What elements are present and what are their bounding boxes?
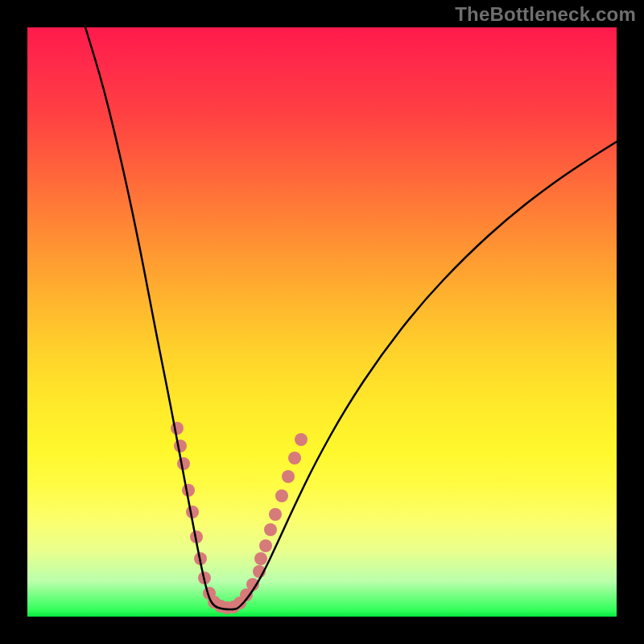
data-marker bbox=[171, 422, 184, 435]
data-marker bbox=[269, 508, 282, 521]
curve-right-branch bbox=[233, 142, 617, 609]
chart-svg bbox=[27, 27, 617, 617]
data-marker bbox=[282, 470, 295, 483]
data-marker bbox=[275, 489, 288, 502]
data-marker bbox=[295, 433, 308, 446]
data-marker bbox=[174, 440, 187, 452]
frame: TheBottleneck.com bbox=[0, 0, 644, 644]
watermark-text: TheBottleneck.com bbox=[455, 3, 636, 26]
data-marker bbox=[264, 523, 277, 536]
data-marker bbox=[288, 452, 301, 464]
data-marker bbox=[259, 539, 272, 552]
data-marker bbox=[254, 552, 267, 565]
data-marker bbox=[177, 457, 190, 470]
curve-left-branch bbox=[85, 27, 233, 609]
plot-area bbox=[27, 27, 617, 617]
